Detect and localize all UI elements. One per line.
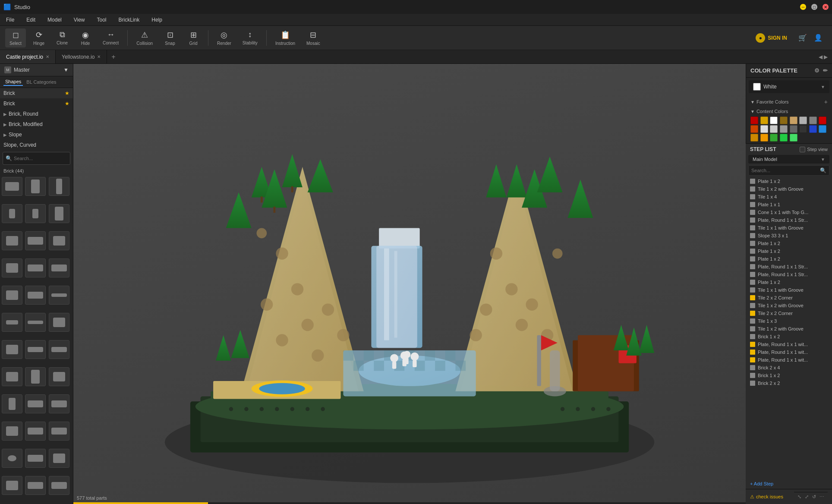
- refresh-icon[interactable]: ↺: [812, 494, 816, 500]
- step-item-10[interactable]: Plate 1 x 2: [746, 255, 832, 263]
- brick-item-6[interactable]: [49, 204, 69, 223]
- swatch-charcoal[interactable]: [799, 125, 807, 133]
- step-item-1[interactable]: Tile 1 x 2 with Groove: [746, 185, 832, 193]
- step-item-17[interactable]: Tile 2 x 2 Corner: [746, 309, 832, 317]
- minimize-btn[interactable]: ─: [800, 4, 806, 10]
- brick-item-24[interactable]: [49, 367, 69, 386]
- swatch-light-gray[interactable]: [799, 117, 807, 124]
- step-item-21[interactable]: Plate, Round 1 x 1 wit...: [746, 340, 832, 348]
- tool-grid[interactable]: ⊞ Grid: [183, 28, 204, 47]
- swatch-bright-green[interactable]: [790, 134, 797, 142]
- sign-in-button[interactable]: ● SIGN IN: [751, 32, 791, 44]
- swatch-green[interactable]: [770, 134, 778, 142]
- brick-item-10[interactable]: [2, 258, 22, 277]
- step-item-19[interactable]: Tile 1 x 2 with Groove: [746, 325, 832, 333]
- expand-icon[interactable]: ⤡: [797, 494, 801, 500]
- category-slope-curved[interactable]: Slope, Curved: [0, 140, 73, 150]
- brick-item-27[interactable]: [49, 394, 69, 413]
- brick-item-18[interactable]: [49, 313, 69, 332]
- lego-scene[interactable]: [73, 64, 746, 504]
- tab-bl-categories[interactable]: BL Categories: [25, 79, 58, 85]
- tool-connect[interactable]: ↔ Connect: [98, 28, 123, 47]
- swatch-medium-gray[interactable]: [780, 125, 788, 133]
- brick-item-36[interactable]: [49, 476, 69, 495]
- search-input[interactable]: [14, 156, 73, 161]
- brick-item-13[interactable]: [2, 286, 22, 305]
- palette-edit-btn[interactable]: ✏: [823, 67, 828, 74]
- swatch-bright-red[interactable]: [819, 117, 826, 124]
- brick-item-30[interactable]: [49, 422, 69, 441]
- check-issues[interactable]: ⚠ check issues ⤡ ⤢ ↺ ⋯: [746, 489, 832, 504]
- user-icon[interactable]: 👤: [814, 34, 823, 42]
- step-item-20[interactable]: Brick 1 x 2: [746, 333, 832, 340]
- tab-castle[interactable]: Castle project.io ✕: [0, 50, 56, 63]
- tool-hinge[interactable]: ⟳ Hinge: [28, 28, 49, 47]
- swatch-gray[interactable]: [809, 117, 817, 124]
- brick-item-16[interactable]: [2, 313, 22, 332]
- step-item-23[interactable]: Plate, Round 1 x 1 wit...: [746, 356, 832, 364]
- swatch-sky-blue[interactable]: [819, 125, 826, 133]
- brick-item-17[interactable]: [25, 313, 46, 332]
- tab-shapes[interactable]: Shapes: [3, 78, 23, 86]
- step-item-4[interactable]: Cone 1 x 1 with Top G...: [746, 208, 832, 216]
- swatch-brown[interactable]: [780, 117, 788, 124]
- star-brick-1[interactable]: ★: [65, 90, 69, 96]
- step-search-input[interactable]: [751, 168, 818, 173]
- tab-yellowstone[interactable]: Yellowstone.io ✕: [56, 50, 107, 63]
- step-item-5[interactable]: Plate, Round 1 x 1 Str...: [746, 216, 832, 224]
- brick-item-19[interactable]: [2, 340, 22, 359]
- swatch-silver[interactable]: [770, 125, 778, 133]
- step-item-14[interactable]: Tile 1 x 1 with Groove: [746, 286, 832, 294]
- brick-item-22[interactable]: [2, 367, 22, 386]
- step-item-9[interactable]: Plate 1 x 2: [746, 247, 832, 255]
- brick-item-12[interactable]: [49, 258, 69, 277]
- brick-item-34[interactable]: [2, 476, 22, 495]
- menu-view[interactable]: View: [71, 15, 88, 25]
- swatch-tan[interactable]: [790, 117, 797, 124]
- color-selector[interactable]: White ▼: [749, 80, 829, 93]
- step-item-22[interactable]: Plate, Round 1 x 1 wit...: [746, 348, 832, 356]
- brick-item-8[interactable]: [25, 231, 46, 250]
- favorite-colors-header[interactable]: ▼ Favorite Colors +: [746, 96, 832, 106]
- tool-stability[interactable]: ↕ Stability: [238, 28, 262, 47]
- tool-mosaic[interactable]: ⊟ Mosaic: [302, 28, 325, 47]
- brick-item-2[interactable]: [25, 177, 46, 196]
- options-icon[interactable]: ⋯: [819, 494, 824, 500]
- menu-model[interactable]: Model: [45, 15, 64, 25]
- step-item-2[interactable]: Tile 1 x 4: [746, 193, 832, 201]
- brick-item-28[interactable]: [2, 422, 22, 441]
- step-item-3[interactable]: Plate 1 x 1: [746, 201, 832, 208]
- step-item-24[interactable]: Brick 2 x 4: [746, 364, 832, 372]
- step-item-26[interactable]: Brick 2 x 2: [746, 379, 832, 387]
- step-item-13[interactable]: Plate 1 x 2: [746, 278, 832, 286]
- master-dropdown[interactable]: M Master ▼: [0, 64, 73, 76]
- swatch-blue[interactable]: [809, 125, 817, 133]
- menu-help[interactable]: Help: [149, 15, 165, 25]
- swatch-dark-tan[interactable]: [760, 117, 768, 124]
- swatch-orange[interactable]: [750, 125, 758, 133]
- brick-item-15[interactable]: [49, 286, 69, 305]
- brick-item-1[interactable]: [2, 177, 22, 196]
- swatch-white[interactable]: [770, 117, 778, 124]
- brick-item-29[interactable]: [25, 422, 46, 441]
- swatch-yellow[interactable]: [760, 134, 768, 142]
- tool-hide[interactable]: ◉ Hide: [75, 28, 96, 47]
- content-colors-header[interactable]: ▼ Content Colors: [746, 106, 832, 115]
- step-item-25[interactable]: Brick 1 x 2: [746, 372, 832, 379]
- maximize-btn[interactable]: □: [811, 4, 817, 10]
- cart-icon[interactable]: 🛒: [798, 34, 807, 42]
- menu-edit[interactable]: Edit: [24, 15, 38, 25]
- brick-item-33[interactable]: [49, 449, 69, 468]
- category-brick-2[interactable]: Brick ★: [0, 98, 73, 109]
- model-selector[interactable]: Main Model ▼: [748, 155, 829, 164]
- tool-instruction[interactable]: 📋 Instruction: [271, 28, 299, 47]
- tab-collapse-btn[interactable]: ◀ ▶: [814, 54, 832, 60]
- tab-add-btn[interactable]: +: [107, 53, 120, 61]
- tool-render[interactable]: ◎ Render: [213, 28, 236, 47]
- category-brick-modified[interactable]: ▶ Brick, Modified: [0, 119, 73, 129]
- brick-item-3[interactable]: [49, 177, 69, 196]
- brick-item-20[interactable]: [25, 340, 46, 359]
- canvas-area[interactable]: 📷 ↺: [73, 64, 746, 504]
- favorite-add-btn[interactable]: +: [824, 98, 828, 105]
- swatch-lime[interactable]: [780, 134, 788, 142]
